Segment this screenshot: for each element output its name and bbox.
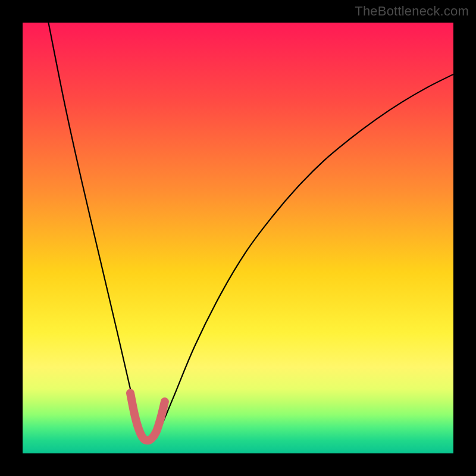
chart-frame: TheBottleneck.com <box>0 0 476 476</box>
watermark-text: TheBottleneck.com <box>355 4 469 19</box>
bottleneck-curve-path <box>48 23 453 443</box>
chart-svg <box>23 23 453 453</box>
trough-marker-path <box>130 393 165 441</box>
chart-plot-area <box>23 23 453 453</box>
